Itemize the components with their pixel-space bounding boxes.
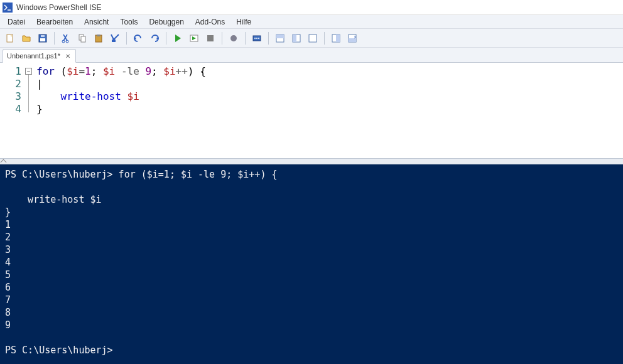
svg-rect-2 — [40, 38, 45, 41]
svg-point-13 — [230, 35, 237, 41]
stop-button[interactable] — [203, 31, 218, 46]
run-button[interactable] — [170, 31, 185, 46]
svg-rect-3 — [41, 35, 45, 37]
menu-addons[interactable]: Add-Ons — [190, 16, 230, 28]
powershell-app-icon — [3, 3, 13, 13]
svg-rect-21 — [293, 35, 296, 42]
fold-gutter: − — [25, 63, 35, 158]
run-selection-button[interactable] — [187, 31, 202, 46]
svg-rect-7 — [81, 36, 85, 42]
svg-rect-10 — [112, 40, 116, 42]
menu-bearbeiten[interactable]: Bearbeiten — [31, 16, 78, 28]
svg-rect-26 — [349, 38, 356, 42]
menu-debuggen[interactable]: Debuggen — [144, 16, 188, 28]
tab-unbenannt1[interactable]: Unbenannt1.ps1* ✕ — [3, 49, 76, 63]
menu-tools[interactable]: Tools — [115, 16, 143, 28]
clear-button[interactable] — [107, 31, 122, 46]
tab-label: Unbenannt1.ps1* — [7, 52, 60, 60]
new-remote-tab-button[interactable] — [249, 31, 264, 46]
titlebar: Windows PowerShell ISE — [0, 0, 623, 15]
editor-tabs: Unbenannt1.ps1* ✕ — [0, 48, 623, 63]
open-file-button[interactable] — [19, 31, 34, 46]
breakpoint-button[interactable] — [226, 31, 241, 46]
new-file-button[interactable] — [3, 31, 18, 46]
layout-1-button[interactable] — [273, 31, 288, 46]
splitter-handle[interactable] — [0, 158, 623, 164]
svg-point-15 — [254, 38, 256, 39]
svg-rect-19 — [276, 35, 284, 38]
console-pane[interactable]: PS C:\Users\huberj> for ($i=1; $i -le 9;… — [0, 164, 623, 364]
toolbar — [0, 29, 623, 48]
window-title: Windows PowerShell ISE — [16, 3, 101, 12]
menu-ansicht[interactable]: Ansicht — [79, 16, 114, 28]
redo-button[interactable] — [147, 31, 162, 46]
menu-hilfe[interactable]: Hilfe — [231, 16, 256, 28]
copy-button[interactable] — [75, 31, 90, 46]
svg-rect-9 — [97, 35, 100, 36]
show-pane-button[interactable] — [345, 31, 360, 46]
svg-point-16 — [256, 38, 257, 39]
script-editor[interactable]: 1 2 3 4 − for ($i=1; $i -le 9; $i++) {| … — [0, 63, 623, 158]
menu-datei[interactable]: Datei — [3, 16, 30, 28]
menubar: Datei Bearbeiten Ansicht Tools Debuggen … — [0, 15, 623, 29]
layout-2-button[interactable] — [289, 31, 304, 46]
show-command-button[interactable] — [328, 31, 344, 46]
cut-button[interactable] — [58, 31, 73, 46]
svg-point-17 — [258, 38, 259, 39]
layout-3-button[interactable] — [305, 31, 320, 46]
line-number-gutter: 1 2 3 4 — [0, 63, 25, 158]
svg-rect-24 — [336, 35, 340, 42]
paste-button[interactable] — [91, 31, 106, 46]
svg-rect-22 — [309, 35, 317, 42]
undo-button[interactable] — [131, 31, 146, 46]
fold-toggle-icon[interactable]: − — [25, 68, 32, 75]
tab-close-icon[interactable]: ✕ — [64, 52, 72, 60]
svg-rect-12 — [207, 35, 214, 41]
save-file-button[interactable] — [35, 31, 50, 46]
code-area[interactable]: for ($i=1; $i -le 9; $i++) {| write-host… — [35, 63, 623, 158]
